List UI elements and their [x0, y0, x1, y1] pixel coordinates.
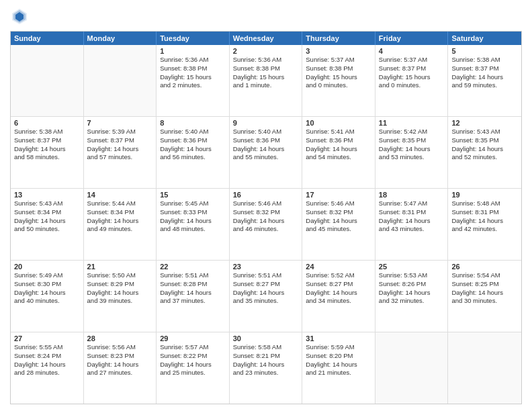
day-number: 30: [233, 334, 299, 342]
day-number: 19: [451, 191, 518, 199]
cell-info-line: Sunset: 8:32 PM: [233, 208, 299, 217]
day-number: 7: [87, 119, 153, 127]
cell-info-line: and 49 minutes.: [87, 225, 153, 234]
cell-info-line: Sunrise: 5:36 AM: [160, 56, 226, 64]
cell-info-line: and 43 minutes.: [379, 225, 445, 234]
empty-cell: [11, 45, 84, 116]
cell-info-line: Sunset: 8:37 PM: [14, 136, 80, 145]
cell-info-line: and 48 minutes.: [160, 225, 226, 234]
weekday-header-monday: Monday: [84, 32, 157, 45]
cell-info-line: Sunset: 8:37 PM: [87, 136, 153, 145]
cell-info-line: Sunset: 8:38 PM: [233, 64, 299, 73]
day-number: 16: [233, 191, 299, 199]
day-cell-25: 25Sunrise: 5:53 AMSunset: 8:26 PMDayligh…: [375, 261, 449, 332]
day-number: 22: [160, 263, 226, 271]
day-number: 13: [14, 191, 80, 199]
day-cell-6: 6Sunrise: 5:38 AMSunset: 8:37 PMDaylight…: [11, 117, 84, 188]
weekday-header-tuesday: Tuesday: [157, 32, 230, 45]
cell-info-line: Daylight: 14 hours: [306, 217, 371, 226]
cell-info-line: Sunset: 8:27 PM: [306, 280, 371, 289]
cell-info-line: Sunset: 8:25 PM: [451, 280, 518, 289]
weekday-header-wednesday: Wednesday: [230, 32, 303, 45]
cell-info-line: Daylight: 14 hours: [451, 217, 518, 226]
day-number: 10: [306, 119, 371, 127]
day-number: 29: [160, 334, 226, 342]
weekday-header-sunday: Sunday: [11, 32, 84, 45]
cell-info-line: and 37 minutes.: [160, 297, 226, 306]
cell-info-line: Daylight: 14 hours: [87, 361, 153, 369]
cell-info-line: Daylight: 14 hours: [379, 145, 445, 154]
cell-info-line: Daylight: 14 hours: [306, 145, 371, 154]
cell-info-line: and 45 minutes.: [306, 225, 371, 234]
day-number: 5: [451, 47, 518, 55]
cell-info-line: Sunset: 8:38 PM: [160, 64, 226, 73]
cell-info-line: Daylight: 14 hours: [87, 145, 153, 154]
cell-info-line: Daylight: 14 hours: [160, 217, 226, 226]
cell-info-line: Sunrise: 5:52 AM: [306, 271, 371, 280]
day-cell-12: 12Sunrise: 5:43 AMSunset: 8:35 PMDayligh…: [448, 117, 521, 188]
cell-info-line: and 28 minutes.: [14, 369, 80, 377]
cell-info-line: Sunrise: 5:42 AM: [379, 128, 445, 136]
day-cell-9: 9Sunrise: 5:40 AMSunset: 8:36 PMDaylight…: [230, 117, 303, 188]
cell-info-line: Sunrise: 5:44 AM: [87, 199, 153, 208]
day-cell-28: 28Sunrise: 5:56 AMSunset: 8:23 PMDayligh…: [84, 332, 157, 404]
calendar-header: SundayMondayTuesdayWednesdayThursdayFrid…: [11, 32, 521, 45]
empty-cell: [84, 45, 157, 116]
cell-info-line: Sunrise: 5:58 AM: [233, 343, 299, 352]
cell-info-line: Sunset: 8:21 PM: [233, 352, 299, 361]
day-number: 21: [87, 263, 153, 271]
calendar: SundayMondayTuesdayWednesdayThursdayFrid…: [10, 31, 522, 404]
cell-info-line: Daylight: 15 hours: [379, 73, 445, 82]
day-number: 23: [233, 263, 299, 271]
cell-info-line: Sunrise: 5:55 AM: [14, 343, 80, 352]
cell-info-line: Daylight: 15 hours: [306, 73, 371, 82]
cell-info-line: Sunset: 8:35 PM: [379, 136, 445, 145]
cell-info-line: Sunset: 8:33 PM: [160, 208, 226, 217]
day-number: 24: [306, 263, 371, 271]
cell-info-line: Sunrise: 5:36 AM: [233, 56, 299, 64]
cell-info-line: Daylight: 14 hours: [87, 289, 153, 298]
cell-info-line: Sunrise: 5:51 AM: [233, 271, 299, 280]
day-number: 6: [14, 119, 80, 127]
cell-info-line: Sunset: 8:36 PM: [160, 136, 226, 145]
day-number: 14: [87, 191, 153, 199]
cell-info-line: and 21 minutes.: [306, 369, 371, 377]
day-cell-2: 2Sunrise: 5:36 AMSunset: 8:38 PMDaylight…: [230, 45, 303, 116]
cell-info-line: Sunset: 8:34 PM: [14, 208, 80, 217]
cell-info-line: and 46 minutes.: [233, 225, 299, 234]
cell-info-line: Sunset: 8:24 PM: [14, 352, 80, 361]
day-cell-15: 15Sunrise: 5:45 AMSunset: 8:33 PMDayligh…: [157, 189, 230, 260]
cell-info-line: Sunset: 8:29 PM: [87, 280, 153, 289]
calendar-row-3: 13Sunrise: 5:43 AMSunset: 8:34 PMDayligh…: [11, 189, 521, 261]
day-cell-26: 26Sunrise: 5:54 AMSunset: 8:25 PMDayligh…: [448, 261, 521, 332]
cell-info-line: and 40 minutes.: [14, 297, 80, 306]
cell-info-line: Daylight: 14 hours: [160, 289, 226, 298]
day-cell-21: 21Sunrise: 5:50 AMSunset: 8:29 PMDayligh…: [84, 261, 157, 332]
cell-info-line: and 32 minutes.: [379, 297, 445, 306]
day-cell-1: 1Sunrise: 5:36 AMSunset: 8:38 PMDaylight…: [157, 45, 230, 116]
cell-info-line: Sunset: 8:20 PM: [306, 352, 371, 361]
cell-info-line: Sunrise: 5:39 AM: [87, 128, 153, 136]
cell-info-line: and 39 minutes.: [87, 297, 153, 306]
day-cell-29: 29Sunrise: 5:57 AMSunset: 8:22 PMDayligh…: [157, 332, 230, 404]
cell-info-line: Sunset: 8:27 PM: [233, 280, 299, 289]
day-cell-20: 20Sunrise: 5:49 AMSunset: 8:30 PMDayligh…: [11, 261, 84, 332]
day-cell-22: 22Sunrise: 5:51 AMSunset: 8:28 PMDayligh…: [157, 261, 230, 332]
day-cell-30: 30Sunrise: 5:58 AMSunset: 8:21 PMDayligh…: [230, 332, 303, 404]
cell-info-line: Sunrise: 5:48 AM: [451, 199, 518, 208]
weekday-header-saturday: Saturday: [448, 32, 521, 45]
cell-info-line: and 0 minutes.: [306, 81, 371, 90]
day-cell-27: 27Sunrise: 5:55 AMSunset: 8:24 PMDayligh…: [11, 332, 84, 404]
cell-info-line: and 25 minutes.: [160, 369, 226, 377]
cell-info-line: Sunrise: 5:56 AM: [87, 343, 153, 352]
cell-info-line: Daylight: 14 hours: [233, 217, 299, 226]
cell-info-line: and 53 minutes.: [379, 153, 445, 162]
cell-info-line: and 58 minutes.: [14, 153, 80, 162]
cell-info-line: Sunrise: 5:38 AM: [451, 56, 518, 64]
cell-info-line: Sunset: 8:36 PM: [306, 136, 371, 145]
cell-info-line: Daylight: 15 hours: [160, 73, 226, 82]
cell-info-line: Sunrise: 5:54 AM: [451, 271, 518, 280]
cell-info-line: and 0 minutes.: [379, 81, 445, 90]
weekday-header-thursday: Thursday: [302, 32, 375, 45]
cell-info-line: and 55 minutes.: [233, 153, 299, 162]
